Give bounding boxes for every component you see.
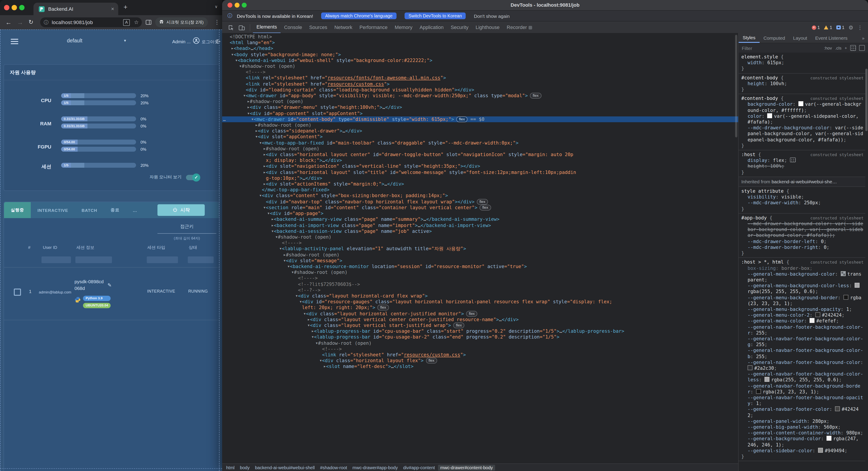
dom-tree-node[interactable]: ▾<div id="app-content" slot="appContent"… [222,111,738,116]
dom-tree-node[interactable]: ▸<div class="horizontal layout" slot="ti… [222,169,738,181]
devtools-tab-console[interactable]: Console [281,22,306,33]
edit-session-name-icon[interactable]: ✎ [107,282,112,289]
inherited-element-link[interactable]: backend-ai-webui#webui-she… [771,179,837,184]
devtools-tab-network[interactable]: Network [331,22,356,33]
new-tab-button[interactable]: + [124,3,128,11]
color-swatch-icon[interactable] [756,389,761,394]
stylesheet-source-link[interactable]: constructed stylesheet [810,75,864,81]
menu-hamburger-icon[interactable] [11,39,18,44]
styles-tab-layout[interactable]: Layout [789,33,811,42]
styles-filter-input[interactable]: Filter [742,45,752,51]
window-close-button[interactable] [227,3,232,8]
devtools-tab-performance[interactable]: Performance [356,22,391,33]
flex-editor-icon[interactable] [790,158,796,163]
node-menu-icon[interactable]: … [223,117,226,122]
styles-tab-computed[interactable]: Computed [760,33,789,42]
expand-arrow-icon[interactable]: ▾ [284,258,285,263]
dom-tree-node[interactable]: ▾<section role="main" id="content" class… [222,205,738,211]
color-swatch-icon[interactable] [827,436,831,441]
window-close-button[interactable] [4,5,9,10]
dom-tree-node[interactable]: <!--?--> [222,287,738,293]
dom-tree-node[interactable]: ▸<backend-ai-summary-view class="page" n… [222,217,738,222]
expand-arrow-icon[interactable]: ▾ [231,52,233,57]
dom-tree-node[interactable]: ▾<mwc-top-app-bar-fixed id="main-toolbar… [222,140,738,146]
css-property[interactable]: --general-sidebar-color: #949494; [741,448,864,453]
css-property[interactable]: --general-big-panel-width: 560px; [741,424,864,430]
expand-arrow-icon[interactable]: ▾ [320,358,321,364]
dom-tree-node[interactable]: ▸<div class="drawer-menu" style="height:… [222,104,738,111]
toggle-element-state-button[interactable]: :hov [824,45,832,51]
filter-input-session-info[interactable] [75,256,112,263]
expand-arrow-icon[interactable]: ▸ [264,169,266,175]
dom-tree-node[interactable]: <!----> [222,275,738,281]
expand-arrow-icon[interactable]: ▾ [264,205,266,211]
row-checkbox[interactable] [14,289,21,296]
css-property[interactable]: --general-navbar-footer-background-color… [741,359,864,371]
expand-arrow-icon[interactable]: ▾ [256,134,257,140]
filter-input-user-id[interactable] [41,256,71,263]
dom-tree-node[interactable]: ▸#shadow-root (open) [222,122,738,128]
css-property[interactable]: --mdc-drawer-border-left: 0; [741,239,864,244]
color-swatch-icon[interactable] [748,365,752,370]
styles-tab-event-listeners[interactable]: Event Listeners [811,33,851,42]
css-property[interactable]: --general-navbar-footer-background-color… [741,324,864,336]
expand-arrow-icon[interactable]: ▸ [264,152,266,157]
dom-tree-node[interactable]: ▾<backend-ai-webui id="webui-shell" styl… [222,58,738,63]
dom-tree-node[interactable]: ▾<mwc-drawer id="app-body" style="visibi… [222,93,738,99]
expand-arrow-icon[interactable]: ▾ [252,117,253,122]
forward-button[interactable]: → [17,15,23,29]
devtools-menu-icon[interactable]: ⋮ [857,24,863,31]
window-zoom-button[interactable] [19,5,25,10]
dom-tree-node[interactable]: ▾<div slot="appContent"> [222,134,738,140]
dom-tree-node[interactable]: ▾<lablup-activity-panel elevation="1" au… [222,246,738,252]
css-property[interactable]: --general-background-color: rgba(247, 24… [741,436,864,448]
dom-tree-node[interactable]: ▾<div class="layout horizontal-card flex… [222,293,738,299]
breadcrumb-item[interactable]: mwc-drawer#content-body [438,465,495,470]
elements-scrollbar[interactable] [735,35,737,137]
css-property[interactable]: --mdc-drawer-border-right: 0; [741,244,864,250]
session-table-row[interactable]: 1 admin@lablup.com pysdk-0898cd 068d ✎ P… [4,268,219,320]
breadcrumb-item[interactable]: div#app-content [401,465,437,470]
devtools-tab-memory[interactable]: Memory [391,22,416,33]
session-tab-INTERACTIVE[interactable]: INTERACTIVE [31,202,75,218]
window-minimize-button[interactable] [11,5,17,10]
back-button[interactable]: ← [5,15,11,29]
color-swatch-icon[interactable] [810,318,814,323]
tab-search-caret-icon[interactable]: ∨ [215,4,218,9]
stylesheet-source-link[interactable]: constructed stylesheet [810,152,864,158]
bookmark-star-icon[interactable]: ☆ [134,18,139,27]
expand-arrow-icon[interactable]: ▸ [324,364,326,370]
dom-tree-node[interactable]: ▾<div class="layout vertical start-justi… [222,322,738,328]
dom-tree-node[interactable]: <link rel="stylesheet" href="resources/c… [222,81,738,87]
dom-tree-node[interactable]: ▸<backend-ai-import-view class="page" na… [222,222,738,228]
tab-close-icon[interactable]: × [111,6,114,12]
console-warning-counter[interactable]: 1 [824,25,832,30]
session-tab-실행중[interactable]: 실행중 [4,202,31,218]
dom-tree-node[interactable]: ▸#shadow-root (open) [222,252,738,258]
color-swatch-icon[interactable] [835,407,840,411]
filter-input-status[interactable] [188,256,214,263]
css-property[interactable]: box-sizing: border-box; [741,265,864,271]
devtools-tab-security[interactable]: Security [447,22,472,33]
project-select[interactable]: default [67,38,82,43]
address-bar[interactable]: ⓘ localhost:9081/job A ☆ [40,18,142,27]
dom-tree-node[interactable]: <!----> [222,240,738,246]
devtools-tab-elements[interactable]: Elements [253,22,281,33]
expand-arrow-icon[interactable]: ▾ [300,299,302,305]
dom-tree-node[interactable]: ▾<div slot="message"> [222,258,738,263]
expand-arrow-icon[interactable]: ▾ [308,322,310,328]
styles-tab-styles[interactable]: Styles [739,33,760,43]
dom-tree-node[interactable]: ▾<div class="content" style="box-sizing:… [222,193,738,199]
expand-arrow-icon[interactable]: ▾ [248,111,249,116]
dom-tree-node[interactable]: <div id="loading-curtain" class="loading… [222,87,738,93]
flex-badge[interactable]: flex [453,322,464,328]
dom-tree-node[interactable]: ▸<slot name="left-desc">…</slot> [222,364,738,370]
dom-tree-node[interactable]: ▾<lablup-progress-bar id="cpu-usage-bar-… [222,334,738,340]
computed-sidebar-toggle-icon[interactable] [859,45,865,51]
inspect-element-icon[interactable] [228,24,234,31]
session-tab-BATCH[interactable]: BATCH [75,202,104,218]
rule-selector[interactable]: style attribute [741,188,784,194]
device-toolbar-icon[interactable] [239,24,245,31]
expand-arrow-icon[interactable]: ▸ [312,328,314,334]
css-property[interactable]: --mdc-drawer-background-color: var(--sid… [741,221,864,239]
